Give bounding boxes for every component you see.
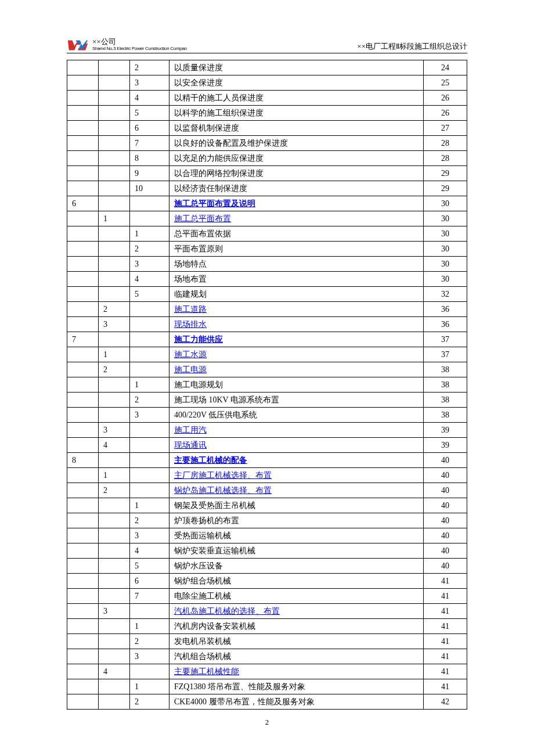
title-cell: 临建规划 (169, 287, 424, 302)
level2-cell (99, 619, 130, 634)
table-row: 4场地布置30 (67, 272, 467, 287)
level2-cell (99, 75, 130, 91)
title-cell: 施工用汽 (169, 423, 424, 438)
level1-cell (67, 91, 99, 106)
level2-cell (99, 196, 130, 211)
page-cell: 32 (424, 287, 467, 302)
level2-cell: 4 (99, 664, 130, 679)
table-row: 2以质量保进度24 (67, 60, 467, 75)
level2-cell (99, 181, 130, 196)
table-row: 3以安全保进度25 (67, 75, 467, 91)
toc-link[interactable]: 锅炉岛施工机械选择、布置 (174, 486, 272, 495)
toc-table-container: 2以质量保进度243以安全保进度254以精干的施工人员保进度265以科学的施工组… (67, 60, 467, 710)
logo-text: ××公司 Shanxi No.3 Electric Power Construc… (92, 38, 187, 51)
level3-cell: 4 (130, 91, 169, 106)
level3-cell: 6 (130, 574, 169, 589)
toc-link[interactable]: 施工总平面布置及说明 (174, 199, 255, 208)
page-cell: 30 (424, 272, 467, 287)
page-cell: 40 (424, 528, 467, 543)
level3-cell (130, 423, 169, 438)
level3-cell: 3 (130, 649, 169, 664)
table-row: 1总平面布置依据30 (67, 226, 467, 242)
table-row: 10以经济责任制保进度29 (67, 181, 467, 196)
level1-cell (67, 287, 99, 302)
title-cell: 施工电源规划 (169, 377, 424, 393)
level3-cell: 1 (130, 226, 169, 242)
level3-cell: 5 (130, 106, 169, 121)
level2-cell (99, 543, 130, 559)
title-cell: 现场通讯 (169, 438, 424, 453)
title-cell: 汽机房内设备安装机械 (169, 619, 424, 634)
toc-link[interactable]: 施工用汽 (174, 426, 207, 434)
level3-cell: 3 (130, 257, 169, 272)
toc-link[interactable]: 主厂房施工机械选择、布置 (174, 471, 272, 480)
table-row: 3受热面运输机械40 (67, 528, 467, 543)
toc-link[interactable]: 施工水源 (174, 350, 207, 359)
toc-link[interactable]: 施工总平面布置 (174, 214, 231, 223)
level2-cell: 3 (99, 604, 130, 619)
page-cell: 41 (424, 679, 467, 694)
table-row: 8以充足的力能供应保进度28 (67, 151, 467, 166)
toc-link[interactable]: 现场通讯 (174, 441, 207, 449)
toc-link[interactable]: 主要施工机械性能 (174, 667, 239, 676)
level2-cell: 4 (99, 438, 130, 453)
level2-cell: 3 (99, 317, 130, 332)
table-row: 4锅炉安装垂直运输机械40 (67, 543, 467, 559)
page-cell: 42 (424, 694, 467, 710)
toc-link[interactable]: 主要施工机械的配备 (174, 456, 247, 465)
level2-cell: 1 (99, 347, 130, 362)
page-cell: 40 (424, 559, 467, 574)
table-row: 1FZQ1380 塔吊布置、性能及服务对象41 (67, 679, 467, 694)
level1-cell (67, 438, 99, 453)
title-cell: 以质量保进度 (169, 60, 424, 75)
level2-cell: 1 (99, 211, 130, 226)
title-cell: 以充足的力能供应保进度 (169, 151, 424, 166)
page-cell: 38 (424, 377, 467, 393)
level1-cell (67, 377, 99, 393)
level1-cell (67, 136, 99, 151)
toc-link[interactable]: 现场排水 (174, 320, 207, 329)
page-cell: 39 (424, 423, 467, 438)
title-cell: 发电机吊装机械 (169, 634, 424, 649)
toc-link[interactable]: 施工电源 (174, 365, 207, 374)
company-name-en: Shanxi No.3 Electric Power Construction … (92, 46, 187, 52)
page-cell: 37 (424, 332, 467, 347)
level1-cell (67, 408, 99, 423)
page-cell: 40 (424, 498, 467, 513)
level1-cell (67, 619, 99, 634)
level2-cell (99, 287, 130, 302)
level3-cell: 1 (130, 498, 169, 513)
level1-cell (67, 347, 99, 362)
level3-cell: 2 (130, 242, 169, 257)
level2-cell (99, 694, 130, 710)
level1-cell: 8 (67, 453, 99, 468)
table-row: 1施工水源37 (67, 347, 467, 362)
title-cell: 现场排水 (169, 317, 424, 332)
title-cell: 炉顶卷扬机的布置 (169, 513, 424, 528)
table-row: 7电除尘施工机械41 (67, 589, 467, 604)
table-row: 1汽机房内设备安装机械41 (67, 619, 467, 634)
toc-link[interactable]: 汽机岛施工机械的选择、布置 (174, 607, 280, 615)
level1-cell (67, 226, 99, 242)
level2-cell (99, 166, 130, 181)
level1-cell: 6 (67, 196, 99, 211)
level1-cell (67, 528, 99, 543)
toc-link[interactable]: 施工力能供应 (174, 335, 223, 344)
level3-cell (130, 468, 169, 483)
title-cell: 400/220V 低压供电系统 (169, 408, 424, 423)
table-row: 6锅炉组合场机械41 (67, 574, 467, 589)
page-cell: 40 (424, 453, 467, 468)
table-row: 3场地特点30 (67, 257, 467, 272)
title-cell: 锅炉组合场机械 (169, 574, 424, 589)
toc-link[interactable]: 施工道路 (174, 305, 207, 314)
table-row: 3400/220V 低压供电系统38 (67, 408, 467, 423)
level3-cell: 7 (130, 136, 169, 151)
level1-cell (67, 649, 99, 664)
title-cell: FZQ1380 塔吊布置、性能及服务对象 (169, 679, 424, 694)
level1-cell (67, 589, 99, 604)
title-cell: 以安全保进度 (169, 75, 424, 91)
table-row: 2炉顶卷扬机的布置40 (67, 513, 467, 528)
page-cell: 41 (424, 664, 467, 679)
page-header: ××公司 Shanxi No.3 Electric Power Construc… (67, 38, 467, 53)
table-row: 5以科学的施工组织保进度26 (67, 106, 467, 121)
